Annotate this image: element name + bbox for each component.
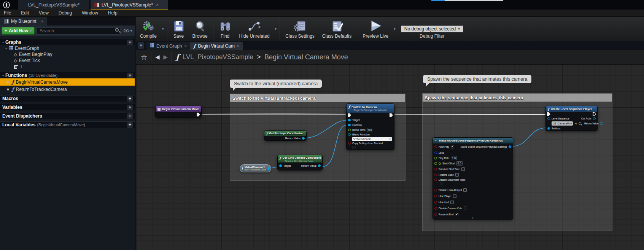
tree-item-event-beginplay[interactable]: ◇ Event BeginPlay (0, 51, 135, 57)
pin-disable-camera-cuts[interactable] (434, 207, 437, 210)
node-create-level-sequence-player[interactable]: ƒ Create Level Sequence Player Level Seq… (545, 106, 598, 131)
pin-return-value[interactable] (302, 137, 305, 140)
exec-out-pin[interactable] (390, 113, 393, 117)
disable-look-at-input-checkbox[interactable] (463, 188, 467, 192)
add-function-button[interactable]: + (127, 73, 133, 78)
hide-unrelated-button[interactable]: Hide Unrelated (235, 17, 274, 41)
hide-unrelated-caret[interactable]: ▾ (274, 27, 278, 31)
pin-output-settings[interactable] (509, 145, 511, 148)
add-graph-button[interactable]: + (127, 40, 133, 45)
find-button[interactable]: Find (215, 17, 235, 41)
tab-my-blueprint[interactable]: My Blueprint × (0, 17, 47, 25)
copy-settings-checkbox[interactable] (353, 146, 356, 149)
pause-at-end-checkbox[interactable]: ✔ (455, 213, 458, 216)
exec-in-pin[interactable] (348, 113, 351, 117)
section-event-dispatchers[interactable]: Event Dispatchers + (0, 113, 135, 119)
close-icon[interactable]: × (237, 44, 239, 48)
preview-live-button[interactable]: Preview Live (359, 17, 392, 41)
pin-blend-function[interactable] (348, 133, 351, 136)
pin-camera[interactable] (348, 124, 351, 126)
browse-button[interactable]: Browse (189, 17, 211, 41)
node-get-pixotope-coordinator[interactable]: ƒ Get Pixotope Coordinator Return Value (264, 131, 307, 141)
section-graphs[interactable]: ▾ Graphs + (0, 39, 135, 45)
pin-return-value[interactable] (600, 122, 603, 125)
menu-edit[interactable]: Edit (21, 10, 29, 16)
pin-out-actor[interactable] (593, 117, 596, 120)
tree-item-eventgraph[interactable]: ▾ EventGraph (0, 45, 135, 51)
bookmark-star-icon[interactable]: ☆ (141, 53, 147, 62)
expand-tab-button[interactable]: + (138, 42, 144, 49)
add-new-button[interactable]: + Add New ▾ (2, 27, 35, 35)
compile-button[interactable]: Compile (136, 17, 161, 41)
breadcrumb-root[interactable]: LVL_PixotopeVSSample (183, 53, 253, 61)
tab-event-graph[interactable]: Event Graph × (146, 42, 190, 50)
collapse-advanced-icon[interactable]: ▲ (472, 217, 474, 219)
pin-blend-time[interactable] (348, 129, 351, 131)
blend-time-value-field[interactable]: 0.0 (367, 128, 373, 132)
node-make-playback-settings[interactable]: »= Make MovieSceneSequencePlaybackSettin… (433, 137, 513, 220)
pin-hide-player[interactable] (434, 195, 437, 197)
level-sequence-dropdown[interactable]: LS_CameraMove ▾ (552, 121, 573, 126)
class-defaults-button[interactable]: Class Defaults (318, 17, 355, 41)
pin-pause-at-end[interactable] (434, 213, 437, 216)
tree-item-event-tick[interactable]: ◇ Event Tick (0, 57, 135, 64)
hide-player-checkbox[interactable] (453, 194, 456, 198)
pin-return-value[interactable] (318, 164, 321, 167)
add-local-variable-button[interactable]: + (127, 122, 133, 128)
disable-camera-cuts-checkbox[interactable] (464, 207, 467, 210)
asset-tab-level[interactable]: LVL_PixotopeVSSample* (18, 0, 90, 10)
debug-object-dropdown[interactable]: No debug object selected ▾ (401, 25, 463, 32)
restore-state-checkbox[interactable] (455, 173, 459, 177)
pin-loop[interactable] (434, 151, 437, 154)
nav-forward-button[interactable]: ▶ (164, 54, 168, 61)
pin-hide-hud[interactable] (434, 201, 437, 204)
auto-play-checkbox[interactable]: ✔ (451, 145, 454, 148)
section-variables[interactable]: Variables + (0, 104, 135, 110)
add-dispatcher-button[interactable]: + (127, 113, 133, 119)
pin-copy-settings[interactable] (348, 142, 351, 145)
comment-header[interactable]: Switch to the virtual (untracked) camera (230, 94, 405, 102)
preview-live-caret[interactable]: ▾ (392, 27, 397, 31)
start-offset-value-field[interactable]: 0.0 (456, 161, 463, 166)
class-settings-button[interactable]: Class Settings (281, 17, 318, 41)
function-item-returntotrackedcamera[interactable]: ★ ƒ ReturnToTrackedCamera (0, 86, 135, 93)
comment-header[interactable]: Spawn the sequence that animates this ca… (423, 94, 612, 102)
hide-hud-checkbox[interactable] (450, 201, 454, 204)
pin-random-start-time[interactable] (434, 168, 437, 170)
tab-begin-virtual-camera-move[interactable]: ƒ Begin Virtual Cam × (190, 42, 243, 50)
pin-disable-movement-input[interactable] (434, 178, 437, 181)
pin-output[interactable] (267, 167, 270, 170)
add-variable-button[interactable]: + (127, 105, 133, 110)
menu-window[interactable]: Window (82, 10, 98, 16)
function-item-beginvirtualcameramove[interactable]: ★ ƒ BeginVirtualCameraMove (0, 78, 135, 86)
node-get-cine-camera-component[interactable]: ƒ Get Cine Camera Component Target is Ci… (277, 155, 323, 170)
pin-target[interactable] (279, 164, 282, 167)
asset-tab-blueprint-active[interactable]: LVL_PixotopeVSSample* × (91, 0, 168, 10)
menu-file[interactable]: File (4, 10, 11, 16)
node-virtualcamera-variable[interactable]: VirtualCamera 1 from Persistent Level (240, 164, 271, 172)
close-icon[interactable]: × (184, 44, 186, 48)
menu-view[interactable]: View (39, 10, 49, 16)
search-input[interactable] (37, 27, 121, 35)
menu-debug[interactable]: Debug (59, 10, 72, 16)
add-macro-button[interactable]: + (127, 96, 133, 102)
nav-back-button[interactable]: ◀ (155, 54, 160, 61)
section-macros[interactable]: Macros + (0, 95, 135, 102)
pin-disable-look-at-input[interactable] (434, 189, 437, 191)
close-icon[interactable]: × (41, 19, 43, 24)
section-local-variables[interactable]: Local Variables (BeginVirtualCameraMove)… (0, 121, 135, 128)
browse-asset-icon[interactable] (579, 122, 581, 125)
random-start-time-checkbox[interactable] (461, 167, 465, 171)
play-rate-value-field[interactable]: 1.0 (451, 156, 457, 160)
compile-options-caret[interactable]: ▾ (161, 27, 165, 31)
blend-function-dropdown[interactable]: VTBlend Cubic ▾ (352, 137, 392, 141)
node-switch-to-camera[interactable]: ƒ Switch to Camera Target is Pixotope Co… (346, 104, 394, 150)
visibility-filter-button[interactable]: ▾ (122, 29, 133, 33)
disable-movement-input-checkbox[interactable] (440, 183, 443, 186)
save-button[interactable]: Save (169, 17, 189, 41)
pin-auto-play[interactable] (434, 145, 437, 148)
pin-start-offset[interactable] (434, 162, 437, 165)
pin-level-sequence[interactable] (547, 117, 550, 120)
exec-out-pin[interactable] (197, 113, 200, 116)
menu-help[interactable]: Help (108, 10, 118, 16)
